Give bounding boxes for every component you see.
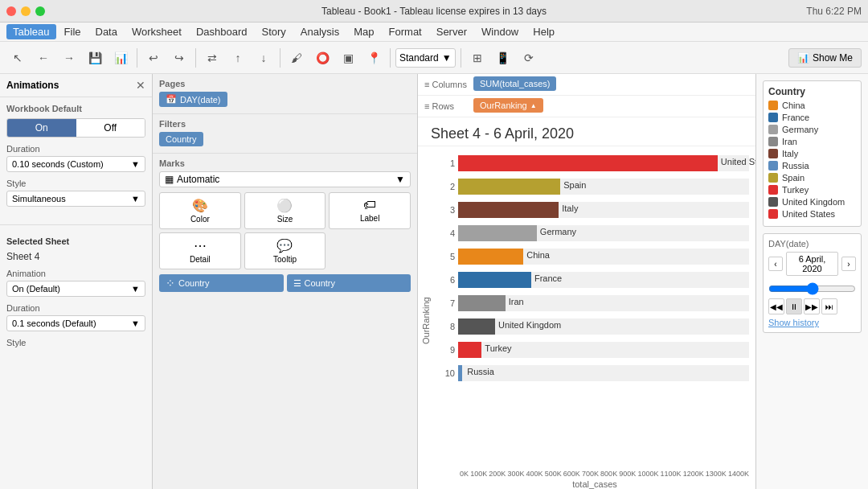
show-history-link[interactable]: Show history [768,318,856,327]
on-toggle[interactable]: On [7,119,76,137]
toolbar-rect[interactable]: ▣ [337,47,359,69]
toolbar-grid[interactable]: ⊞ [466,47,489,69]
toolbar-pointer[interactable]: ↖ [6,47,29,69]
columns-pill[interactable]: SUM(total_cases) [473,76,556,91]
detail-button[interactable]: ⋯ Detail [159,232,241,269]
legend-item[interactable]: China [768,101,856,110]
menu-tableau[interactable]: Tableau [6,24,56,39]
menu-file[interactable]: File [58,24,88,39]
step-back-button[interactable]: ◀◀ [768,298,784,314]
bar-fill[interactable] [458,295,506,311]
menu-dashboard[interactable]: Dashboard [190,24,254,39]
workbook-default-label: Workbook Default [6,104,145,113]
menu-data[interactable]: Data [89,24,124,39]
rows-pill[interactable]: OurRanking ▲ [473,98,543,113]
bar-outer: United Kingdom [458,318,749,335]
legend-item[interactable]: Italy [768,149,856,158]
bar-fill[interactable] [458,365,462,381]
step-forward-button[interactable]: ▶▶ [804,298,820,314]
close-button[interactable] [6,6,16,16]
legend-country-label: France [782,113,809,122]
country-pill-1[interactable]: ⁘ Country [159,274,284,292]
filters-pill[interactable]: Country [159,132,203,146]
size-button[interactable]: ⚪ Size [244,192,326,229]
legend-item[interactable]: United States [768,209,856,219]
toolbar-sort-desc[interactable]: ↓ [252,47,275,69]
divider-1 [0,224,152,225]
menu-format[interactable]: Format [383,24,428,39]
date-prev-button[interactable]: ‹ [768,257,783,271]
mark-type-dropdown[interactable]: Standard ▼ [395,48,456,68]
middle-panel: Pages 📅 DAY(date) Filters Country Marks … [153,74,418,489]
legend-item[interactable]: Germany [768,125,856,134]
toolbar-add-source[interactable]: 📊 [109,47,132,69]
menu-window[interactable]: Window [475,24,525,39]
bars-area: 1United States2Spain3Italy4Germany5China… [434,153,755,489]
date-next-button[interactable]: › [841,257,856,271]
menu-analysis[interactable]: Analysis [294,24,346,39]
panel-header: Animations ✕ [0,74,152,97]
menu-help[interactable]: Help [526,24,561,39]
toolbar-device[interactable]: 📱 [492,47,514,69]
toolbar-swap[interactable]: ⇄ [201,47,223,69]
bar-row: 7Iran [440,293,749,314]
legend-item[interactable]: Spain [768,173,856,183]
toolbar-undo[interactable]: ↩ [142,47,165,69]
toolbar-redo[interactable]: ↪ [168,47,190,69]
toolbar-share[interactable]: ⟳ [518,47,540,69]
duration-dropdown[interactable]: 0.10 seconds (Custom) ▼ [6,156,145,172]
bar-row: 10Russia [440,363,749,384]
legend-item[interactable]: United Kingdom [768,197,856,207]
show-me-button[interactable]: 📊 Show Me [788,48,862,68]
legend-color-swatch [768,209,778,219]
legend-item[interactable]: Iran [768,137,856,146]
pages-section: Pages 📅 DAY(date) [153,74,417,114]
toolbar-save[interactable]: 💾 [84,47,106,69]
legend-item[interactable]: Russia [768,161,856,171]
bar-fill[interactable] [458,318,495,335]
off-toggle[interactable]: Off [76,119,145,137]
toolbar-forward[interactable]: → [58,47,80,69]
size-icon: ⚪ [276,198,293,213]
bar-fill[interactable] [458,155,718,171]
bar-fill[interactable] [458,202,559,218]
duration-dropdown-2[interactable]: 0.1 seconds (Default) ▼ [6,315,145,331]
bar-fill[interactable] [458,272,531,288]
toolbar-back[interactable]: ← [32,47,55,69]
bar-fill[interactable] [458,249,523,265]
date-slider[interactable] [768,282,856,295]
minimize-button[interactable] [21,6,31,16]
menu-story[interactable]: Story [255,24,292,39]
menu-server[interactable]: Server [430,24,473,39]
color-button[interactable]: 🎨 Color [159,192,241,229]
label-button[interactable]: 🏷 Label [329,192,411,229]
close-panel-button[interactable]: ✕ [136,79,145,92]
toolbar-brush[interactable]: 🖌 [285,47,308,69]
pause-button[interactable]: ⏸ [786,298,802,314]
on-off-toggle[interactable]: On Off [6,118,145,138]
legend-item[interactable]: France [768,113,856,122]
animation-dropdown[interactable]: On (Default) ▼ [6,281,145,297]
columns-label: ≡ Columns [424,80,469,89]
bar-fill[interactable] [458,179,560,195]
tooltip-button[interactable]: 💬 Tooltip [244,232,326,269]
legend-panel: Country ChinaFranceGermanyIranItalyRussi… [755,74,868,489]
bar-fill[interactable] [458,225,537,241]
menu-map[interactable]: Map [347,24,380,39]
date-value[interactable]: 6 April, 2020 [786,252,838,276]
bar-outer: Russia [458,365,749,381]
toolbar-pin[interactable]: 📍 [362,47,385,69]
bar-fill[interactable] [458,342,481,358]
chevron-down-icon-3: ▼ [131,284,140,294]
end-button[interactable]: ⏭ [821,298,837,314]
style-dropdown[interactable]: Simultaneous ▼ [6,191,145,207]
legend-item[interactable]: Turkey [768,185,856,195]
toolbar-lasso[interactable]: ⭕ [311,47,334,69]
pages-pill[interactable]: 📅 DAY(date) [159,92,227,107]
country-pill-2[interactable]: ☰ Country [287,274,411,292]
marks-type-dropdown[interactable]: ▦ Automatic ▼ [159,171,411,187]
maximize-button[interactable] [35,6,45,16]
menu-worksheet[interactable]: Worksheet [125,24,188,39]
toolbar-sort-asc[interactable]: ↑ [227,47,249,69]
bar-outer: Germany [458,225,749,241]
